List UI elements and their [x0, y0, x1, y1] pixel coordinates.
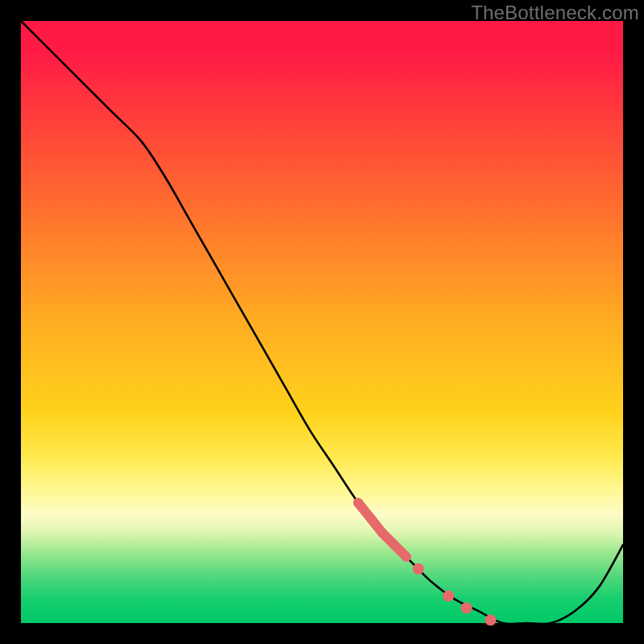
highlight-dot: [461, 602, 473, 613]
highlight-dot: [378, 528, 387, 538]
chart-plot-area: [21, 21, 623, 623]
highlight-dot: [365, 513, 375, 522]
watermark-text: TheBottleneck.com: [471, 2, 639, 24]
highlight-dot: [413, 564, 424, 575]
bottleneck-curve: [21, 21, 623, 624]
highlight-dot: [485, 614, 496, 625]
highlight-dot: [390, 540, 399, 550]
highlight-dots: [353, 497, 497, 625]
highlight-dot: [353, 497, 363, 507]
bottleneck-curve-svg: [21, 21, 623, 623]
highlight-dot: [443, 590, 454, 601]
highlight-dot: [402, 552, 411, 562]
